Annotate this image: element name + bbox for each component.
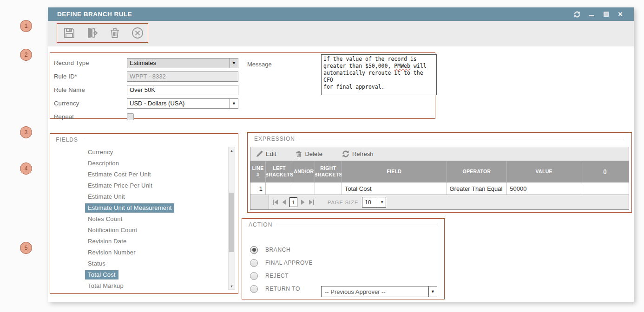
annotation-badge-3: 3: [20, 126, 32, 138]
first-page-icon[interactable]: [272, 199, 278, 205]
radio-button-selected[interactable]: [250, 246, 258, 254]
chevron-down-icon[interactable]: ▼: [230, 99, 238, 108]
list-item[interactable]: Estimate Cost Per Unit: [53, 169, 227, 180]
column-header[interactable]: OPERATOR: [447, 161, 507, 182]
annotation-badge-2: 2: [20, 49, 32, 61]
delete-row-button[interactable]: Delete: [296, 150, 322, 157]
exit-icon[interactable]: [85, 26, 99, 39]
toolbar: [48, 21, 634, 46]
fields-scrollbar[interactable]: ▲ ▼: [228, 147, 235, 290]
expression-grid: Edit Delete Refresh LINE # LEFT BRACKETS…: [250, 147, 629, 210]
scrollbar-thumb[interactable]: [229, 193, 234, 253]
annotation-badge-4: 4: [20, 162, 32, 175]
radio-button[interactable]: [250, 285, 258, 293]
rule-id-field: WPPT - 8332: [127, 72, 238, 82]
annotation-badge-1: 1: [20, 20, 32, 32]
message-label: Message: [247, 61, 272, 68]
list-item[interactable]: Revision Number: [53, 247, 227, 258]
column-header[interactable]: RIGHT BRACKETS: [315, 161, 342, 182]
column-header[interactable]: LEFT BRACKETS: [266, 161, 293, 182]
currency-label: Currency: [54, 100, 127, 107]
list-item[interactable]: Revision Date: [53, 236, 227, 247]
field-cell: Total Cost: [342, 182, 447, 195]
right-brackets-cell: [315, 182, 342, 195]
cancel-icon[interactable]: [131, 26, 144, 39]
trash-icon: [296, 150, 302, 157]
table-row[interactable]: 1 Total Cost Greater Than Equal 50000: [250, 182, 629, 195]
save-icon[interactable]: [63, 26, 76, 39]
list-item-selected[interactable]: Estimate Unit of Measurement: [53, 202, 227, 214]
chevron-down-icon[interactable]: ▼: [378, 197, 386, 207]
line-number-cell: 1: [250, 182, 266, 195]
refresh-window-icon[interactable]: [574, 11, 580, 18]
annotation-badge-5: 5: [20, 242, 32, 254]
define-branch-rule-window: DEFINE BRANCH RULE ✕: [48, 7, 634, 302]
column-header[interactable]: FIELD: [342, 161, 447, 182]
brackets-cell: [581, 182, 629, 195]
return-to-option[interactable]: RETURN TO: [250, 284, 300, 293]
close-icon[interactable]: ✕: [617, 11, 624, 18]
list-item[interactable]: Notification Count: [53, 225, 227, 236]
window-title: DEFINE BRANCH RULE: [48, 11, 132, 18]
list-item[interactable]: Description: [53, 158, 227, 169]
repeat-row: Repeat: [54, 110, 431, 124]
maximize-icon[interactable]: [603, 11, 609, 18]
final-approve-option[interactable]: FINAL APPROVE: [250, 258, 313, 267]
chevron-down-icon[interactable]: ▼: [428, 286, 437, 297]
list-item[interactable]: Total Markup: [53, 280, 227, 290]
list-item[interactable]: Currency: [53, 147, 227, 158]
column-header[interactable]: (): [581, 161, 629, 182]
reject-option[interactable]: REJECT: [250, 271, 289, 280]
titlebar[interactable]: DEFINE BRANCH RULE ✕: [48, 7, 634, 21]
pager-stub: [250, 195, 269, 209]
radio-button[interactable]: [250, 272, 258, 280]
column-header[interactable]: AND/OR: [293, 161, 315, 182]
scroll-up-icon[interactable]: ▲: [229, 147, 235, 154]
rule-form-section: Record Type Estimates ▼ Rule ID* WPPT - …: [50, 52, 435, 119]
list-item-selected[interactable]: Total Cost: [53, 269, 227, 280]
column-header[interactable]: VALUE: [507, 161, 581, 182]
expression-toolbar: Edit Delete Refresh: [250, 147, 629, 161]
current-page-box[interactable]: 1: [289, 197, 297, 207]
pagination-bar: 1 PAGE SIZE 10 ▼: [250, 195, 629, 209]
fields-list: Currency Description Estimate Cost Per U…: [53, 147, 227, 290]
page-size-dropdown[interactable]: 10 ▼: [362, 197, 386, 208]
delete-icon[interactable]: [108, 26, 121, 39]
next-page-icon[interactable]: [301, 199, 305, 205]
pencil-icon: [256, 150, 263, 157]
branch-option[interactable]: BRANCH: [250, 245, 290, 254]
list-item[interactable]: Estimate Unit: [53, 191, 227, 202]
record-type-dropdown[interactable]: Estimates ▼: [127, 58, 238, 68]
refresh-button[interactable]: Refresh: [342, 150, 374, 157]
return-to-dropdown[interactable]: -- Previous Approver -- ▼: [321, 286, 437, 297]
radio-button[interactable]: [250, 259, 258, 267]
toolbar-annotation-box: [57, 23, 148, 43]
page-size-label: PAGE SIZE: [328, 200, 358, 205]
message-textarea[interactable]: If the value of the record is greater th…: [321, 54, 437, 95]
rule-name-label: Rule Name: [54, 86, 127, 93]
rule-id-label: Rule ID*: [54, 73, 127, 80]
chevron-down-icon[interactable]: ▼: [230, 58, 238, 68]
repeat-label: Repeat: [54, 113, 127, 120]
edit-button[interactable]: Edit: [256, 150, 276, 157]
fields-section: FIELDS Currency Description Estimate Cos…: [50, 133, 238, 294]
value-cell: 50000: [507, 182, 581, 195]
scroll-down-icon[interactable]: ▼: [229, 283, 235, 289]
operator-cell: Greater Than Equal: [447, 182, 507, 195]
expression-section: EXPRESSION Edit Delete Refresh LINE #: [247, 132, 632, 213]
record-type-label: Record Type: [54, 59, 127, 66]
action-legend: ACTION: [242, 219, 444, 231]
currency-dropdown[interactable]: USD - Dollars (USA) ▼: [127, 98, 238, 109]
column-header[interactable]: LINE #: [250, 161, 266, 182]
repeat-checkbox[interactable]: [127, 113, 134, 120]
last-page-icon[interactable]: [309, 199, 315, 205]
rule-name-input[interactable]: [127, 85, 238, 95]
list-item[interactable]: Estimate Price Per Unit: [53, 180, 227, 191]
previous-page-icon[interactable]: [282, 199, 286, 205]
andor-cell: [293, 182, 315, 195]
action-section: ACTION BRANCH FINAL APPROVE REJECT RETUR…: [242, 218, 445, 299]
list-item[interactable]: Status: [53, 258, 227, 269]
expression-header-row: LINE # LEFT BRACKETS AND/OR RIGHT BRACKE…: [250, 161, 629, 182]
minimize-icon[interactable]: [588, 11, 595, 18]
list-item[interactable]: Notes Count: [53, 214, 227, 225]
